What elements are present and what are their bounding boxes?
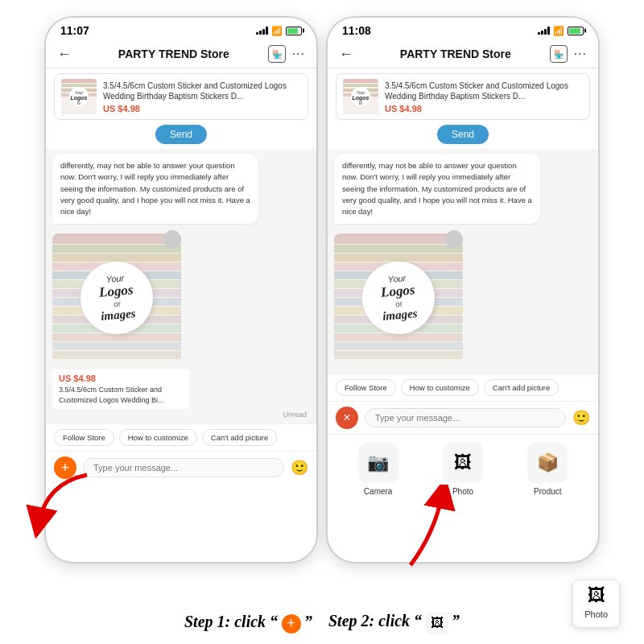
step2-text-end: ” [452, 612, 460, 630]
product-card-1: Your Logos or 3.5/4.5/6cm Custom Sticker… [54, 73, 308, 120]
emoji-button-1[interactable]: 🙂 [291, 459, 308, 477]
how-to-customize-btn-2[interactable]: How to customize [401, 379, 479, 396]
svg-rect-36 [334, 254, 463, 262]
send-button-1[interactable]: Send [155, 125, 207, 144]
step1-text-end: ” [304, 613, 312, 630]
product-button-2[interactable]: 📦 Product [527, 443, 568, 496]
status-icons-1: 📶 [256, 26, 302, 36]
red-arrow-step2 [394, 485, 475, 573]
status-time-1: 11:07 [60, 24, 89, 37]
close-button-2[interactable]: × [336, 407, 358, 429]
svg-rect-1 [61, 79, 97, 83]
chat-area-1: differently, may not be able to answer y… [46, 149, 316, 423]
message-input-bar-2: × 🙂 [328, 401, 598, 434]
more-options-icon-2[interactable]: ··· [574, 47, 587, 61]
product-price-1: US $4.98 [103, 104, 301, 114]
nav-icons-2: 🏪 ··· [550, 45, 587, 63]
cant-add-picture-btn-1[interactable]: Can't add picture [202, 429, 278, 446]
battery-icon-2 [568, 27, 584, 35]
svg-rect-10 [52, 233, 181, 244]
sticker-image-2: Your Logos or images [334, 233, 463, 362]
svg-rect-45 [334, 333, 463, 341]
product-card-2: Your Logos or 3.5/4.5/6cm Custom Sticker… [336, 73, 590, 120]
sticker-price-1: US $4.98 [59, 374, 183, 383]
chat-area-2: differently, may not be able to answer y… [328, 149, 598, 374]
svg-rect-2 [61, 84, 97, 87]
product-price-2: US $4.98 [385, 104, 583, 114]
steps-row: Step 1: click “ + ” Step 2: click “ 🖼 ” [0, 612, 644, 634]
store-title-2: PARTY TREND Store [361, 47, 550, 60]
wifi-icon-2: 📶 [553, 26, 564, 36]
status-time-2: 11:08 [342, 24, 371, 37]
red-arrow-step1 [23, 467, 95, 539]
back-button-2[interactable]: ← [339, 46, 353, 63]
wifi-icon-1: 📶 [271, 26, 283, 36]
step1-plus-icon: + [282, 614, 301, 634]
more-options-icon-1[interactable]: ··· [292, 47, 305, 61]
store-icon-2[interactable]: 🏪 [550, 45, 568, 63]
product-thumbnail-2: Your Logos or [343, 79, 378, 114]
camera-label-2: Camera [364, 487, 393, 496]
svg-rect-23 [52, 351, 181, 359]
step2-text: Step 2: click “ [328, 612, 422, 630]
product-title-2: 3.5/4.5/6cm Custom Sticker and Customize… [385, 80, 583, 101]
sticker-logos-2: Logos [380, 282, 415, 301]
emoji-button-2[interactable]: 🙂 [572, 409, 590, 427]
product-label-2: Product [534, 487, 561, 496]
nav-icons-1: 🏪 ··· [268, 45, 305, 63]
nav-bar-2: ← PARTY TREND Store 🏪 ··· [328, 40, 598, 68]
step2-photo-icon: 🖼 [426, 612, 448, 634]
nav-bar-1: ← PARTY TREND Store 🏪 ··· [46, 40, 316, 68]
quick-replies-1: Follow Store How to customize Can't add … [46, 423, 316, 451]
product-title-1: 3.5/4.5/6cm Custom Sticker and Customize… [103, 80, 301, 101]
store-icon-1[interactable]: 🏪 [268, 45, 286, 63]
cant-add-picture-btn-2[interactable]: Can't add picture [484, 379, 559, 396]
store-title-1: PARTY TREND Store [80, 47, 268, 60]
unread-label-1: Unread [52, 411, 310, 419]
step1-label: Step 1: click “ + ” [184, 613, 312, 634]
step2-label: Step 2: click “ 🖼 ” [328, 612, 460, 634]
sticker-images-1: images [101, 307, 137, 324]
how-to-customize-btn-1[interactable]: How to customize [119, 429, 197, 446]
svg-rect-46 [334, 342, 463, 350]
chat-bubble-2: differently, may not be able to answer y… [334, 154, 540, 224]
svg-rect-22 [52, 342, 181, 350]
photo-popup-icon: 🖼 [584, 585, 608, 606]
svg-rect-25 [343, 79, 378, 83]
sticker-logos-1: Logos [98, 282, 134, 301]
product-icon-2: 📦 [527, 443, 568, 483]
sticker-image-1: Your Logos or images [52, 233, 181, 362]
sticker-product-title-1: 3.5/4.5/6cm Custom Sticker and Customize… [59, 385, 183, 405]
status-bar-2: 11:08 📶 [328, 18, 598, 40]
follow-store-btn-2[interactable]: Follow Store [336, 379, 396, 396]
follow-store-btn-1[interactable]: Follow Store [54, 429, 114, 446]
product-info-1: 3.5/4.5/6cm Custom Sticker and Customize… [103, 80, 301, 114]
phone-2: 11:08 📶 ← PARTY TREND Store 🏪 ··· [326, 16, 600, 564]
svg-rect-11 [52, 245, 181, 253]
product-info-2: 3.5/4.5/6cm Custom Sticker and Customize… [385, 80, 583, 114]
svg-text:or: or [77, 101, 81, 105]
message-input-2[interactable] [365, 408, 566, 427]
svg-rect-35 [334, 245, 463, 253]
step1-text: Step 1: click “ [184, 613, 278, 630]
svg-rect-21 [52, 333, 181, 341]
svg-rect-34 [334, 233, 463, 244]
signal-icon-1 [256, 27, 268, 35]
status-bar-1: 11:07 📶 [46, 18, 316, 40]
svg-rect-47 [334, 351, 463, 359]
message-input-1[interactable] [83, 458, 284, 477]
svg-text:or: or [359, 101, 363, 105]
camera-icon-2: 📷 [358, 443, 398, 483]
send-button-2[interactable]: Send [437, 125, 489, 144]
photo-icon-2: 🖼 [443, 443, 483, 483]
camera-button-2[interactable]: 📷 Camera [358, 443, 398, 496]
svg-rect-12 [52, 254, 181, 262]
product-thumbnail-1: Your Logos or [61, 79, 97, 114]
quick-replies-2: Follow Store How to customize Can't add … [328, 374, 598, 401]
signal-icon-2 [538, 27, 550, 35]
chat-bubble-1: differently, may not be able to answer y… [52, 154, 258, 224]
sticker-images-2: images [382, 307, 419, 324]
status-icons-2: 📶 [538, 26, 584, 36]
back-button-1[interactable]: ← [57, 46, 72, 63]
svg-rect-26 [343, 84, 378, 87]
